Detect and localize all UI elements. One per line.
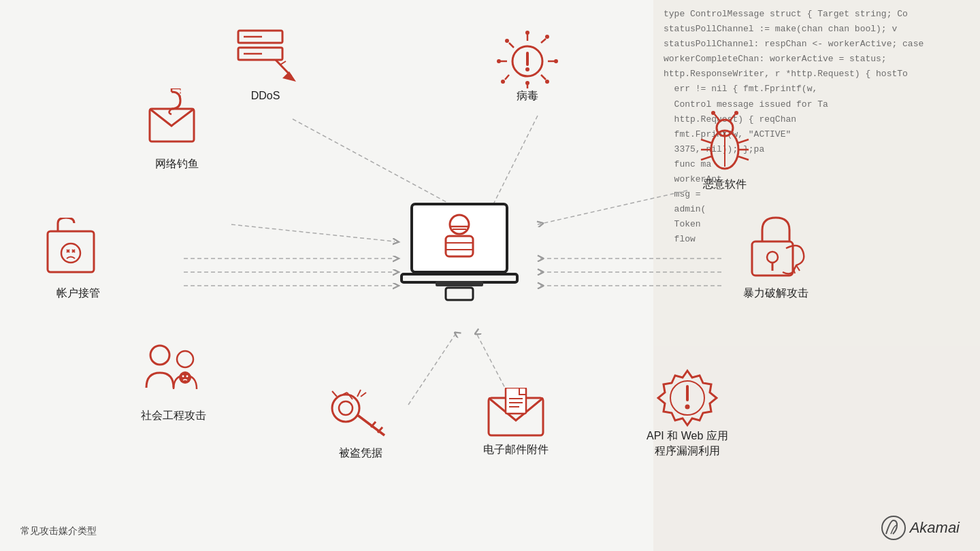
svg-point-51 [711, 111, 715, 115]
svg-point-75 [339, 401, 353, 415]
ddos-label: DDoS [231, 88, 299, 103]
node-account-takeover: 帐户接管 [41, 218, 116, 301]
node-phishing: 网络钓鱼 [143, 88, 211, 171]
account-takeover-label: 帐户接管 [41, 286, 116, 301]
svg-line-42 [541, 75, 546, 80]
svg-line-44 [541, 39, 546, 43]
svg-point-87 [182, 375, 184, 378]
svg-rect-89 [48, 231, 94, 272]
svg-line-46 [505, 75, 509, 80]
svg-line-64 [796, 265, 800, 271]
node-brute-force: 暴力破解攻击 [742, 211, 810, 301]
node-stolen-creds: 被盗凭据 [327, 384, 395, 461]
svg-line-76 [357, 415, 385, 435]
social-eng-label: 社会工程攻击 [136, 408, 211, 423]
svg-line-28 [280, 61, 286, 65]
svg-line-54 [701, 139, 711, 143]
brute-force-label: 暴力破解攻击 [742, 286, 810, 301]
svg-point-47 [501, 80, 505, 84]
svg-point-37 [497, 59, 501, 63]
node-api-web: API 和 Web 应用程序漏洞利用 [647, 367, 728, 459]
svg-line-82 [361, 393, 366, 397]
svg-point-74 [332, 395, 359, 422]
akamai-logo: Akamai [881, 515, 960, 541]
svg-marker-27 [282, 71, 296, 82]
svg-line-40 [509, 43, 514, 48]
svg-line-52 [730, 114, 735, 121]
center-laptop [395, 201, 524, 309]
svg-line-57 [738, 139, 749, 143]
node-email: 电子邮件附件 [483, 388, 549, 457]
svg-line-2 [231, 224, 395, 241]
svg-point-84 [150, 346, 169, 365]
node-virus: 病毒 [497, 27, 558, 103]
svg-line-56 [701, 156, 711, 160]
svg-point-39 [554, 59, 558, 63]
svg-point-33 [525, 31, 529, 35]
phishing-label: 网络钓鱼 [143, 156, 211, 171]
akamai-icon [881, 515, 906, 541]
svg-line-83 [332, 391, 337, 397]
svg-line-50 [715, 114, 720, 121]
svg-point-45 [545, 35, 549, 39]
svg-line-81 [357, 390, 361, 397]
svg-rect-20 [436, 281, 483, 286]
svg-line-59 [738, 156, 749, 160]
node-social-eng: 社会工程攻击 [136, 340, 211, 423]
bottom-label: 常见攻击媒介类型 [20, 525, 97, 537]
svg-line-3 [538, 190, 687, 224]
svg-point-85 [177, 351, 193, 367]
svg-point-88 [186, 375, 189, 378]
svg-point-43 [545, 80, 549, 84]
node-ddos: DDoS [231, 27, 299, 103]
virus-label: 病毒 [497, 88, 558, 103]
svg-line-1 [490, 116, 538, 211]
malware-label: 恶意软件 [694, 177, 755, 192]
svg-point-62 [767, 252, 778, 263]
email-label: 电子邮件附件 [483, 442, 549, 457]
svg-point-68 [685, 405, 689, 410]
svg-point-90 [61, 244, 80, 263]
main-container: DDoS [0, 0, 980, 551]
svg-rect-21 [446, 288, 473, 300]
akamai-label-text: Akamai [910, 519, 960, 537]
svg-point-31 [525, 67, 529, 71]
svg-line-0 [293, 119, 463, 211]
svg-point-53 [734, 111, 738, 115]
api-web-label: API 和 Web 应用程序漏洞利用 [647, 429, 728, 459]
node-malware: 恶意软件 [694, 109, 755, 192]
svg-line-10 [408, 333, 456, 405]
svg-rect-70 [506, 388, 526, 414]
stolen-creds-label: 被盗凭据 [327, 446, 395, 461]
bottom-label-text: 常见攻击媒介类型 [20, 525, 97, 536]
svg-point-35 [525, 81, 529, 85]
svg-point-41 [505, 39, 509, 43]
svg-point-86 [179, 371, 191, 384]
